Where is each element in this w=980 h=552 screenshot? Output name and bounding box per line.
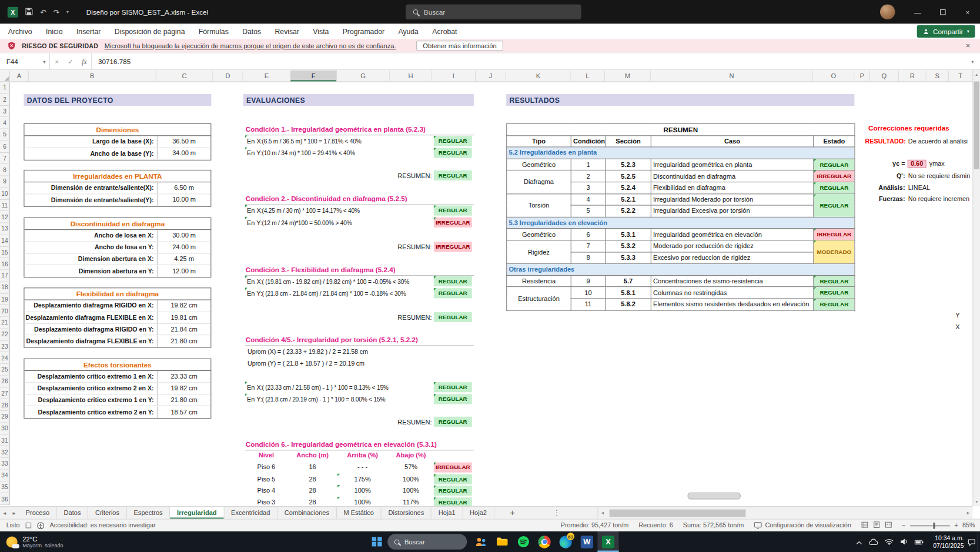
row-header-14[interactable]: 14 [0, 235, 10, 246]
taskbar-excel-icon[interactable]: X [597, 531, 618, 552]
elevation-cell[interactable]: 16 [287, 461, 337, 473]
insert-function-icon[interactable]: fx [78, 53, 91, 70]
seccion-cell[interactable]: 5.3.2 [606, 240, 651, 252]
column-header-S[interactable]: S [927, 70, 949, 82]
table-row[interactable]: Ancho de losa en X:30.00 m [24, 230, 210, 242]
column-header-G[interactable]: G [337, 70, 390, 82]
next-sheet-icon[interactable]: ▸ [9, 507, 19, 518]
caso-cell[interactable]: Concentraciones de sismo-resistencia [651, 275, 813, 287]
row-value[interactable]: 36.50 m [157, 136, 210, 147]
estado-cell[interactable]: IRREGULAR [814, 229, 855, 240]
row-value[interactable]: 19.82 cm [157, 300, 210, 311]
zoom-in-icon[interactable]: + [954, 522, 958, 529]
scroll-up-icon[interactable]: ▲ [973, 70, 980, 79]
elevation-cell[interactable]: Piso 3 [245, 497, 287, 506]
taskbar-file-explorer-icon[interactable] [491, 531, 513, 552]
column-header-N[interactable]: N [651, 70, 813, 82]
column-header-H[interactable]: H [390, 70, 432, 82]
estado-cell[interactable]: REGULAR [814, 193, 855, 217]
column-header-T[interactable]: T [949, 70, 972, 82]
row-value[interactable]: 23.33 cm [157, 371, 210, 382]
elevation-cell[interactable]: 28 [287, 497, 337, 506]
seccion-cell[interactable]: 5.2.2 [606, 205, 651, 217]
display-settings[interactable]: Configuración de visualización [754, 522, 851, 529]
row-header-26[interactable]: 26 [0, 376, 10, 387]
row-header-28[interactable]: 28 [0, 399, 10, 411]
row-header-5[interactable]: 5 [0, 129, 10, 141]
formula-input[interactable]: 30716.785 [92, 53, 131, 70]
learn-more-button[interactable]: Obtener más información [416, 41, 504, 51]
table-row[interactable]: Ancho de la base (Y):34.00 m [24, 148, 210, 159]
row-header-19[interactable]: 19 [0, 293, 10, 305]
caso-cell[interactable]: Discontinuidad en diafragma [651, 170, 813, 182]
taskbar-clock[interactable]: 10:34 a.m. 07/10/2025 [933, 534, 964, 550]
row-header-1[interactable]: 1 [0, 82, 10, 94]
estado-cell[interactable]: IRREGULAR [814, 170, 855, 182]
row-header-21[interactable]: 21 [0, 317, 10, 329]
elevation-cell[interactable]: 28 [287, 473, 337, 485]
previous-sheet-icon[interactable]: ◂ [0, 507, 9, 518]
elevation-cell[interactable]: 100% [337, 485, 387, 497]
name-box-caret-icon[interactable]: ▾ [43, 59, 45, 65]
elevation-cell[interactable]: Piso 4 [245, 485, 287, 497]
scroll-down-icon[interactable]: ▼ [973, 497, 980, 506]
page-layout-view-icon[interactable] [873, 521, 880, 530]
weather-widget[interactable]: 22°C Mayorm. soleado [6, 531, 63, 552]
onedrive-cloud-icon[interactable] [869, 536, 878, 547]
caso-cell[interactable]: Excesivo por reduccion de rigidez [651, 252, 813, 264]
undo-icon[interactable]: ↶ [40, 8, 46, 16]
condicion-cell[interactable]: 9 [571, 275, 605, 287]
column-header-K[interactable]: K [506, 70, 571, 82]
ribbon-tab-vista[interactable]: Vista [306, 24, 336, 39]
row-header-34[interactable]: 34 [0, 470, 10, 481]
row-header-20[interactable]: 20 [0, 305, 10, 317]
row-value[interactable]: 19.81 cm [157, 312, 210, 323]
seccion-cell[interactable]: 5.7 [606, 275, 651, 287]
elevation-cell[interactable]: 117% [387, 497, 434, 506]
row-header-4[interactable]: 4 [0, 118, 10, 129]
column-header-J[interactable]: J [476, 70, 506, 82]
start-button[interactable] [367, 531, 386, 552]
estado-cell[interactable]: REGULAR [814, 182, 855, 194]
row-header-32[interactable]: 32 [0, 446, 10, 458]
row-value[interactable]: 21.80 cm [157, 394, 210, 406]
column-header-R[interactable]: R [899, 70, 927, 82]
elevation-cell[interactable]: - - - [337, 461, 387, 473]
column-header-O[interactable]: O [813, 70, 854, 82]
horizontal-scrollbar-thumb[interactable] [610, 510, 746, 517]
row-value[interactable]: 19.82 cm [157, 383, 210, 394]
ribbon-tab-inicio[interactable]: Inicio [39, 24, 69, 39]
row-header-31[interactable]: 31 [0, 434, 10, 446]
formula-bar-expand-icon[interactable]: ▾ [971, 53, 980, 70]
table-row[interactable]: Desplazamiento diafragma FLEXIBLE en Y:2… [24, 336, 210, 347]
share-button[interactable]: Compartir ▾ [917, 25, 975, 38]
sheet-tab-excentricidad[interactable]: Excentricidad [224, 507, 277, 518]
table-row[interactable]: Desplazamiento diafragma RIGIDO en X:19.… [24, 300, 210, 312]
ribbon-tab-revisar[interactable]: Revisar [268, 24, 306, 39]
select-all-corner[interactable] [0, 70, 10, 82]
redo-icon[interactable]: ↷ [53, 8, 59, 16]
row-header-25[interactable]: 25 [0, 364, 10, 376]
zoom-slider-thumb[interactable] [933, 522, 935, 528]
normal-view-icon[interactable] [861, 521, 868, 530]
zoom-slider[interactable] [910, 525, 950, 526]
row-value[interactable]: 21.80 cm [157, 336, 210, 347]
row-header-18[interactable]: 18 [0, 282, 10, 293]
sheet-tab-combinaciones[interactable]: Combinaciones [277, 507, 337, 518]
cancel-icon[interactable]: × [50, 53, 63, 70]
row-value[interactable]: 30.00 m [157, 230, 210, 241]
condicion-cell[interactable]: 6 [571, 229, 605, 240]
customize-quick-access-icon[interactable]: ▾ [66, 9, 69, 15]
estado-cell[interactable]: MODERADO [814, 240, 855, 264]
row-header-30[interactable]: 30 [0, 423, 10, 434]
elevation-cell[interactable]: 175% [337, 473, 387, 485]
elevation-cell[interactable]: 28 [287, 485, 337, 497]
tipo-cell[interactable]: Torsión [507, 193, 571, 217]
vertical-scrollbar[interactable]: ▲ ▼ [972, 70, 980, 506]
save-icon[interactable] [25, 7, 34, 16]
table-row[interactable]: Dimension abertura en X:4.25 m [24, 253, 210, 265]
zoom-out-icon[interactable]: − [902, 522, 905, 529]
seccion-cell[interactable]: 5.2.1 [606, 193, 651, 205]
ribbon-tab-ayuda[interactable]: Ayuda [392, 24, 426, 39]
taskbar-spotify-icon[interactable] [513, 531, 534, 552]
